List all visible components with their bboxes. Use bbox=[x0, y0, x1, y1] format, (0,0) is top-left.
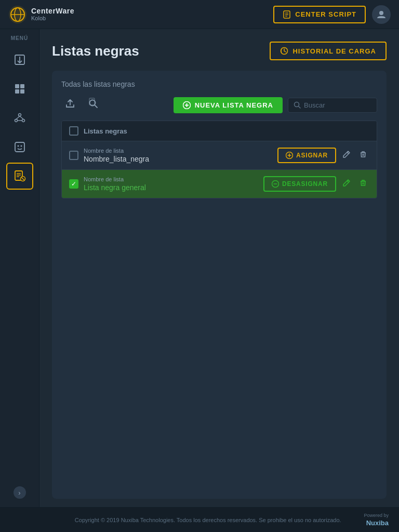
row-1-value: Nombre_lista_negra bbox=[84, 155, 272, 163]
nueva-lista-button[interactable]: NUEVA LISTA NEGRA bbox=[174, 97, 283, 113]
row-2-cell: Nombre de lista Lista negra general bbox=[84, 176, 258, 192]
row-2-delete-button[interactable] bbox=[357, 177, 369, 192]
dashboard-icon bbox=[14, 83, 26, 95]
search-wrap bbox=[288, 98, 377, 113]
nodes-icon bbox=[14, 112, 26, 124]
row-2-label: Nombre de lista bbox=[84, 176, 258, 182]
sidebar-item-face[interactable] bbox=[6, 134, 33, 161]
table-row: Nombre de lista Nombre_lista_negra ASIGN… bbox=[62, 141, 377, 170]
search-list-button[interactable] bbox=[84, 96, 102, 114]
body-wrap: MENÚ bbox=[0, 29, 399, 507]
face-icon bbox=[14, 141, 26, 153]
script-icon bbox=[283, 10, 291, 19]
svg-rect-12 bbox=[20, 84, 24, 88]
toolbar: NUEVA LISTA NEGRA bbox=[61, 96, 377, 114]
sidebar-item-blacklist[interactable] bbox=[6, 163, 33, 190]
menu-label: MENÚ bbox=[11, 35, 28, 41]
svg-point-8 bbox=[379, 11, 383, 15]
sidebar-collapse-button[interactable]: › bbox=[14, 486, 26, 499]
row-2-deassign-button[interactable]: DESASIGNAR bbox=[263, 176, 336, 192]
deassign-minus-icon bbox=[272, 180, 279, 188]
top-nav: CenterWare Kolob CENTER SCRIPT bbox=[0, 0, 399, 29]
historial-carga-button[interactable]: HISTORIAL DE CARGA bbox=[270, 42, 387, 60]
svg-point-23 bbox=[20, 145, 22, 147]
svg-line-19 bbox=[20, 116, 23, 119]
upload-icon bbox=[64, 98, 76, 109]
row-2-actions: DESASIGNAR bbox=[263, 176, 369, 192]
svg-line-48 bbox=[347, 181, 349, 182]
page-header: Listas negras HISTORIAL DE CARGA bbox=[52, 42, 387, 60]
search-icon bbox=[294, 101, 301, 109]
user-avatar-button[interactable] bbox=[372, 5, 391, 24]
svg-rect-14 bbox=[20, 89, 24, 94]
logo-title: CenterWare bbox=[31, 7, 74, 16]
sidebar-item-nodes[interactable] bbox=[6, 104, 33, 131]
row-1-label: Nombre de lista bbox=[84, 148, 272, 154]
table-header-row: Listas negras bbox=[62, 121, 377, 141]
logo-area: CenterWare Kolob bbox=[8, 5, 74, 24]
import-icon bbox=[14, 54, 26, 66]
page-title: Listas negras bbox=[52, 43, 139, 59]
footer: Copyright © 2019 Nuxiba Technologies. To… bbox=[0, 507, 399, 532]
delete-green-icon bbox=[359, 179, 367, 187]
upload-button[interactable] bbox=[61, 96, 79, 114]
svg-point-22 bbox=[17, 145, 19, 147]
row-1-assign-button[interactable]: ASIGNAR bbox=[277, 148, 336, 163]
footer-logo: Powered by Nuxiba bbox=[364, 513, 389, 527]
search-list-icon bbox=[87, 98, 99, 109]
svg-point-15 bbox=[18, 114, 21, 116]
search-input[interactable] bbox=[304, 101, 371, 109]
svg-line-39 bbox=[299, 107, 301, 109]
row-1-cell: Nombre de lista Nombre_lista_negra bbox=[84, 148, 272, 163]
logo-text: CenterWare Kolob bbox=[31, 7, 74, 22]
svg-line-43 bbox=[347, 152, 349, 154]
blacklist-card: Todas las listas negras bbox=[52, 71, 387, 499]
card-title: Todas las listas negras bbox=[61, 80, 377, 88]
footer-text: Copyright © 2019 Nuxiba Technologies. To… bbox=[52, 517, 364, 523]
svg-point-16 bbox=[15, 119, 17, 122]
svg-point-17 bbox=[22, 119, 24, 122]
svg-rect-13 bbox=[15, 89, 19, 94]
delete-icon bbox=[359, 150, 367, 158]
logo-subtitle: Kolob bbox=[31, 15, 74, 22]
footer-brand-label: Nuxiba bbox=[366, 519, 389, 527]
main-content: Listas negras HISTORIAL DE CARGA Todas l… bbox=[39, 29, 399, 507]
edit-icon bbox=[342, 150, 351, 158]
blacklist-table: Listas negras Nombre de lista Nombre_lis… bbox=[61, 121, 377, 198]
sidebar-item-dashboard[interactable] bbox=[6, 75, 33, 102]
row-1-actions: ASIGNAR bbox=[277, 148, 369, 163]
select-all-checkbox[interactable] bbox=[69, 126, 78, 136]
center-script-button[interactable]: CENTER SCRIPT bbox=[273, 6, 366, 23]
row-2-value: Lista negra general bbox=[84, 183, 258, 192]
row-2-checkbox[interactable]: ✓ bbox=[69, 179, 78, 189]
historial-icon bbox=[280, 47, 288, 55]
assign-plus-icon bbox=[286, 152, 293, 159]
svg-rect-11 bbox=[15, 84, 19, 88]
footer-powered-label: Powered by bbox=[364, 513, 389, 518]
table-row-selected: ✓ Nombre de lista Lista negra general DE… bbox=[62, 170, 377, 198]
user-icon bbox=[376, 9, 387, 20]
sidebar-item-import[interactable] bbox=[6, 46, 33, 73]
row-1-delete-button[interactable] bbox=[357, 148, 369, 163]
app-logo-icon bbox=[8, 5, 27, 24]
table-header-label: Listas negras bbox=[84, 127, 127, 135]
row-1-edit-button[interactable] bbox=[340, 148, 353, 163]
svg-line-18 bbox=[16, 116, 20, 119]
row-2-edit-button[interactable] bbox=[340, 177, 353, 192]
top-nav-right: CENTER SCRIPT bbox=[273, 5, 391, 24]
row-1-checkbox[interactable] bbox=[69, 151, 78, 160]
plus-icon bbox=[183, 101, 191, 109]
edit-green-icon bbox=[342, 179, 351, 187]
svg-rect-21 bbox=[15, 142, 24, 152]
svg-line-33 bbox=[95, 105, 97, 108]
sidebar: MENÚ bbox=[0, 29, 39, 507]
blacklist-icon bbox=[14, 170, 26, 182]
